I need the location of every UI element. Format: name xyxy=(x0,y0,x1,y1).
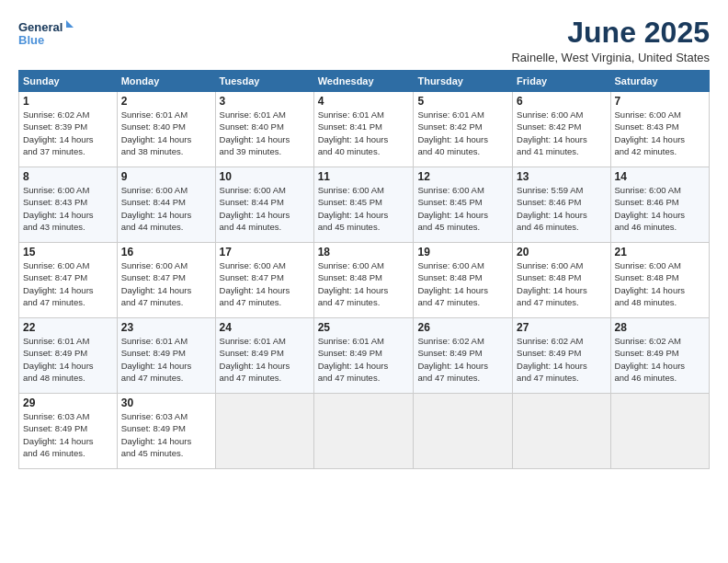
calendar-day-cell: 6Sunrise: 6:00 AM Sunset: 8:42 PM Daylig… xyxy=(513,92,610,167)
day-detail: Sunrise: 6:01 AM Sunset: 8:49 PM Dayligh… xyxy=(220,335,310,384)
day-number: 28 xyxy=(615,321,705,334)
day-number: 30 xyxy=(121,396,211,409)
calendar-day-cell: 19Sunrise: 6:00 AM Sunset: 8:48 PM Dayli… xyxy=(414,243,513,318)
day-number: 3 xyxy=(220,95,310,108)
calendar-day-cell: 4Sunrise: 6:01 AM Sunset: 8:41 PM Daylig… xyxy=(313,92,414,167)
day-number: 8 xyxy=(23,170,113,183)
day-detail: Sunrise: 6:00 AM Sunset: 8:48 PM Dayligh… xyxy=(517,259,606,308)
day-number: 5 xyxy=(417,95,508,108)
day-detail: Sunrise: 6:00 AM Sunset: 8:47 PM Dayligh… xyxy=(121,259,211,308)
calendar-day-cell: 12Sunrise: 6:00 AM Sunset: 8:45 PM Dayli… xyxy=(414,167,513,243)
calendar-day-cell: 8Sunrise: 6:00 AM Sunset: 8:43 PM Daylig… xyxy=(19,167,118,243)
calendar-day-cell: 17Sunrise: 6:00 AM Sunset: 8:47 PM Dayli… xyxy=(215,243,313,318)
calendar-week-row: 1Sunrise: 6:02 AM Sunset: 8:39 PM Daylig… xyxy=(19,92,710,167)
svg-text:General: General xyxy=(18,20,63,34)
day-detail: Sunrise: 6:00 AM Sunset: 8:45 PM Dayligh… xyxy=(318,184,410,233)
calendar-day-cell: 25Sunrise: 6:01 AM Sunset: 8:49 PM Dayli… xyxy=(313,318,414,394)
day-number: 11 xyxy=(318,170,410,183)
day-detail: Sunrise: 6:00 AM Sunset: 8:43 PM Dayligh… xyxy=(615,109,705,157)
day-number: 10 xyxy=(220,170,310,183)
header: General Blue June 2025 Rainelle, West Vi… xyxy=(18,17,710,64)
calendar-day-cell: 24Sunrise: 6:01 AM Sunset: 8:49 PM Dayli… xyxy=(215,318,313,394)
calendar-table: SundayMondayTuesdayWednesdayThursdayFrid… xyxy=(18,70,710,469)
day-detail: Sunrise: 6:00 AM Sunset: 8:48 PM Dayligh… xyxy=(417,259,508,308)
day-number: 13 xyxy=(517,170,606,183)
day-number: 9 xyxy=(121,170,211,183)
calendar-day-cell: 26Sunrise: 6:02 AM Sunset: 8:49 PM Dayli… xyxy=(414,318,513,394)
calendar-day-cell: 23Sunrise: 6:01 AM Sunset: 8:49 PM Dayli… xyxy=(117,318,215,394)
day-number: 14 xyxy=(615,170,705,183)
calendar-day-cell: 29Sunrise: 6:03 AM Sunset: 8:49 PM Dayli… xyxy=(19,394,118,469)
day-detail: Sunrise: 6:01 AM Sunset: 8:40 PM Dayligh… xyxy=(121,109,211,157)
calendar-day-cell: 9Sunrise: 6:00 AM Sunset: 8:44 PM Daylig… xyxy=(117,167,215,243)
calendar-day-cell: 30Sunrise: 6:03 AM Sunset: 8:49 PM Dayli… xyxy=(117,394,215,469)
calendar-week-row: 8Sunrise: 6:00 AM Sunset: 8:43 PM Daylig… xyxy=(19,167,710,243)
day-number: 12 xyxy=(417,170,508,183)
day-number: 1 xyxy=(23,95,113,108)
day-number: 15 xyxy=(23,246,113,259)
day-detail: Sunrise: 6:02 AM Sunset: 8:49 PM Dayligh… xyxy=(615,335,705,384)
day-detail: Sunrise: 6:00 AM Sunset: 8:43 PM Dayligh… xyxy=(23,184,113,233)
day-number: 2 xyxy=(121,95,211,108)
calendar-day-cell: 5Sunrise: 6:01 AM Sunset: 8:42 PM Daylig… xyxy=(414,92,513,167)
day-number: 21 xyxy=(615,246,705,259)
calendar-day-cell: 15Sunrise: 6:00 AM Sunset: 8:47 PM Dayli… xyxy=(19,243,118,318)
calendar-day-cell: 3Sunrise: 6:01 AM Sunset: 8:40 PM Daylig… xyxy=(215,92,313,167)
calendar-day-cell: 1Sunrise: 6:02 AM Sunset: 8:39 PM Daylig… xyxy=(19,92,118,167)
day-detail: Sunrise: 6:02 AM Sunset: 8:49 PM Dayligh… xyxy=(417,335,508,384)
calendar-day-cell: 28Sunrise: 6:02 AM Sunset: 8:49 PM Dayli… xyxy=(610,318,709,394)
day-detail: Sunrise: 6:03 AM Sunset: 8:49 PM Dayligh… xyxy=(23,410,113,459)
calendar-day-header: Saturday xyxy=(610,71,709,92)
day-detail: Sunrise: 6:00 AM Sunset: 8:44 PM Dayligh… xyxy=(220,184,310,233)
calendar-day-cell: 14Sunrise: 6:00 AM Sunset: 8:46 PM Dayli… xyxy=(610,167,709,243)
day-number: 4 xyxy=(318,95,410,108)
day-number: 17 xyxy=(220,246,310,259)
day-number: 29 xyxy=(23,396,113,409)
calendar-day-cell xyxy=(610,394,709,469)
calendar-day-cell: 2Sunrise: 6:01 AM Sunset: 8:40 PM Daylig… xyxy=(117,92,215,167)
day-number: 26 xyxy=(417,321,508,334)
day-detail: Sunrise: 6:01 AM Sunset: 8:49 PM Dayligh… xyxy=(318,335,410,384)
calendar-day-cell: 27Sunrise: 6:02 AM Sunset: 8:49 PM Dayli… xyxy=(513,318,610,394)
day-detail: Sunrise: 6:00 AM Sunset: 8:48 PM Dayligh… xyxy=(615,259,705,308)
calendar-day-header: Monday xyxy=(117,71,215,92)
day-detail: Sunrise: 6:00 AM Sunset: 8:47 PM Dayligh… xyxy=(23,259,113,308)
subtitle: Rainelle, West Virginia, United States xyxy=(511,51,710,64)
calendar-day-cell xyxy=(513,394,610,469)
calendar-week-row: 15Sunrise: 6:00 AM Sunset: 8:47 PM Dayli… xyxy=(19,243,710,318)
calendar-day-cell: 7Sunrise: 6:00 AM Sunset: 8:43 PM Daylig… xyxy=(610,92,709,167)
calendar-day-header: Friday xyxy=(513,71,610,92)
calendar-day-header: Wednesday xyxy=(313,71,414,92)
calendar-day-cell: 18Sunrise: 6:00 AM Sunset: 8:48 PM Dayli… xyxy=(313,243,414,318)
calendar-day-cell xyxy=(414,394,513,469)
day-detail: Sunrise: 6:00 AM Sunset: 8:44 PM Dayligh… xyxy=(121,184,211,233)
logo: General Blue xyxy=(18,17,74,50)
day-number: 27 xyxy=(517,321,606,334)
calendar-day-cell: 20Sunrise: 6:00 AM Sunset: 8:48 PM Dayli… xyxy=(513,243,610,318)
day-detail: Sunrise: 6:00 AM Sunset: 8:45 PM Dayligh… xyxy=(417,184,508,233)
day-detail: Sunrise: 6:03 AM Sunset: 8:49 PM Dayligh… xyxy=(121,410,211,459)
calendar-day-cell: 13Sunrise: 5:59 AM Sunset: 8:46 PM Dayli… xyxy=(513,167,610,243)
day-detail: Sunrise: 6:01 AM Sunset: 8:41 PM Dayligh… xyxy=(318,109,410,157)
day-detail: Sunrise: 6:00 AM Sunset: 8:42 PM Dayligh… xyxy=(517,109,606,157)
day-number: 20 xyxy=(517,246,606,259)
main-title: June 2025 xyxy=(511,17,710,49)
calendar-week-row: 22Sunrise: 6:01 AM Sunset: 8:49 PM Dayli… xyxy=(19,318,710,394)
day-detail: Sunrise: 6:02 AM Sunset: 8:39 PM Dayligh… xyxy=(23,109,113,157)
calendar-header-row: SundayMondayTuesdayWednesdayThursdayFrid… xyxy=(19,71,710,92)
day-number: 23 xyxy=(121,321,211,334)
svg-marker-2 xyxy=(66,20,74,28)
day-detail: Sunrise: 6:01 AM Sunset: 8:42 PM Dayligh… xyxy=(417,109,508,157)
svg-text:Blue: Blue xyxy=(18,33,44,47)
calendar-day-cell: 21Sunrise: 6:00 AM Sunset: 8:48 PM Dayli… xyxy=(610,243,709,318)
day-number: 16 xyxy=(121,246,211,259)
day-detail: Sunrise: 6:02 AM Sunset: 8:49 PM Dayligh… xyxy=(517,335,606,384)
day-number: 25 xyxy=(318,321,410,334)
day-detail: Sunrise: 6:00 AM Sunset: 8:48 PM Dayligh… xyxy=(318,259,410,308)
day-detail: Sunrise: 6:01 AM Sunset: 8:40 PM Dayligh… xyxy=(220,109,310,157)
page: General Blue June 2025 Rainelle, West Vi… xyxy=(0,0,728,563)
calendar-day-header: Sunday xyxy=(19,71,118,92)
calendar-week-row: 29Sunrise: 6:03 AM Sunset: 8:49 PM Dayli… xyxy=(19,394,710,469)
day-detail: Sunrise: 6:01 AM Sunset: 8:49 PM Dayligh… xyxy=(121,335,211,384)
calendar-day-header: Tuesday xyxy=(215,71,313,92)
